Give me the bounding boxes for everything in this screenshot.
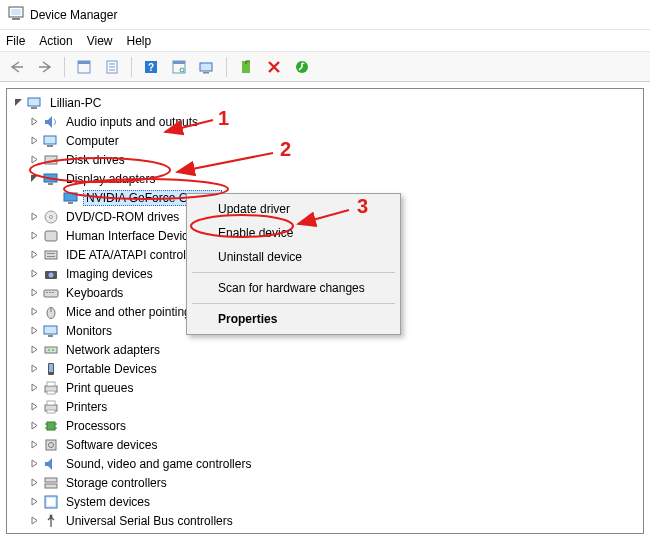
- tree-item-label: Imaging devices: [63, 266, 156, 282]
- svg-rect-14: [200, 63, 212, 71]
- menu-help[interactable]: Help: [127, 34, 152, 48]
- menu-file[interactable]: File: [6, 34, 25, 48]
- expand-icon[interactable]: [27, 400, 41, 414]
- ide-icon: [43, 247, 59, 263]
- system-icon: [43, 494, 59, 510]
- expand-icon[interactable]: [27, 343, 41, 357]
- tree-item[interactable]: Software devices: [27, 435, 643, 454]
- tree-item-label: Portable Devices: [63, 361, 160, 377]
- back-button[interactable]: [6, 56, 28, 78]
- keyboard-icon: [43, 285, 59, 301]
- expand-icon[interactable]: [27, 362, 41, 376]
- tree-item[interactable]: Printers: [27, 397, 643, 416]
- tree-item[interactable]: WSD Print Provider: [27, 530, 643, 534]
- expand-icon[interactable]: [27, 248, 41, 262]
- collapse-icon[interactable]: [11, 96, 25, 110]
- svg-rect-50: [47, 382, 55, 386]
- properties-button[interactable]: [101, 56, 123, 78]
- usb-icon: [43, 513, 59, 529]
- uninstall-button[interactable]: [263, 56, 285, 78]
- mouse-icon: [43, 304, 59, 320]
- context-menu-item[interactable]: Uninstall device: [190, 245, 397, 269]
- expand-icon[interactable]: [27, 115, 41, 129]
- tree-item-label: DVD/CD-ROM drives: [63, 209, 182, 225]
- tree-item-label: Computer: [63, 133, 122, 149]
- menu-action[interactable]: Action: [39, 34, 72, 48]
- tree-item[interactable]: Network adapters: [27, 340, 643, 359]
- expand-icon[interactable]: [27, 381, 41, 395]
- tree-item[interactable]: Storage controllers: [27, 473, 643, 492]
- expand-icon[interactable]: [27, 533, 41, 535]
- context-menu-separator: [192, 272, 395, 273]
- tree-item[interactable]: Sound, video and game controllers: [27, 454, 643, 473]
- expand-icon[interactable]: [27, 305, 41, 319]
- enable-button[interactable]: [235, 56, 257, 78]
- help-button[interactable]: ?: [140, 56, 162, 78]
- expand-icon[interactable]: [27, 134, 41, 148]
- svg-rect-2: [11, 9, 21, 15]
- svg-rect-26: [64, 193, 77, 201]
- svg-rect-15: [203, 72, 209, 74]
- tree-item[interactable]: Display adapters: [27, 169, 643, 188]
- collapse-icon[interactable]: [27, 172, 41, 186]
- disk-icon: [43, 152, 59, 168]
- svg-text:?: ?: [148, 62, 154, 73]
- tree-item-label: Display adapters: [63, 171, 158, 187]
- expand-icon[interactable]: [27, 476, 41, 490]
- network-icon: [43, 342, 59, 358]
- svg-rect-12: [173, 61, 185, 64]
- svg-rect-4: [78, 61, 90, 64]
- tree-item[interactable]: Lillian-PC: [7, 93, 643, 112]
- tree-item-label: Audio inputs and outputs: [63, 114, 201, 130]
- context-menu-item[interactable]: Update driver: [190, 197, 397, 221]
- expand-icon[interactable]: [27, 438, 41, 452]
- computer-icon: [43, 133, 59, 149]
- tree-item[interactable]: Portable Devices: [27, 359, 643, 378]
- tree-item[interactable]: System devices: [27, 492, 643, 511]
- tree-item-label: Software devices: [63, 437, 160, 453]
- dvd-icon: [43, 209, 59, 225]
- tree-item[interactable]: Print queues: [27, 378, 643, 397]
- forward-button[interactable]: [34, 56, 56, 78]
- tree-item-label: Universal Serial Bus controllers: [63, 513, 236, 529]
- tree-item-label: Monitors: [63, 323, 115, 339]
- tree-item[interactable]: Audio inputs and outputs: [27, 112, 643, 131]
- expand-icon[interactable]: [27, 267, 41, 281]
- menubar: File Action View Help: [0, 30, 650, 52]
- tree-item[interactable]: Universal Serial Bus controllers: [27, 511, 643, 530]
- update-driver-button[interactable]: [196, 56, 218, 78]
- expand-icon[interactable]: [27, 419, 41, 433]
- svg-point-13: [180, 68, 184, 72]
- svg-rect-20: [44, 136, 56, 144]
- show-hide-tree-button[interactable]: [73, 56, 95, 78]
- svg-point-23: [54, 159, 56, 161]
- expand-icon[interactable]: [27, 210, 41, 224]
- hid-icon: [43, 228, 59, 244]
- svg-rect-1: [12, 18, 20, 20]
- context-menu-item[interactable]: Scan for hardware changes: [190, 276, 397, 300]
- menu-view[interactable]: View: [87, 34, 113, 48]
- svg-rect-43: [48, 335, 53, 337]
- expand-icon[interactable]: [27, 514, 41, 528]
- tree-item[interactable]: Computer: [27, 131, 643, 150]
- tree-item[interactable]: Processors: [27, 416, 643, 435]
- expand-icon[interactable]: [27, 286, 41, 300]
- tree-item-label: WSD Print Provider: [63, 532, 173, 535]
- expand-icon[interactable]: [27, 324, 41, 338]
- expand-icon[interactable]: [27, 457, 41, 471]
- tree-item-label: Lillian-PC: [47, 95, 104, 111]
- svg-rect-53: [47, 401, 55, 405]
- expand-icon[interactable]: [27, 229, 41, 243]
- svg-rect-44: [45, 347, 57, 353]
- pc-icon: [27, 95, 43, 111]
- context-menu-item[interactable]: Enable device: [190, 221, 397, 245]
- refresh-button[interactable]: [291, 56, 313, 78]
- software-icon: [43, 437, 59, 453]
- tree-item[interactable]: Disk drives: [27, 150, 643, 169]
- expand-icon[interactable]: [27, 495, 41, 509]
- tree-item-label: Printers: [63, 399, 110, 415]
- context-menu-item[interactable]: Properties: [190, 307, 397, 331]
- tree-item-label: Processors: [63, 418, 129, 434]
- expand-icon[interactable]: [27, 153, 41, 167]
- scan-button[interactable]: [168, 56, 190, 78]
